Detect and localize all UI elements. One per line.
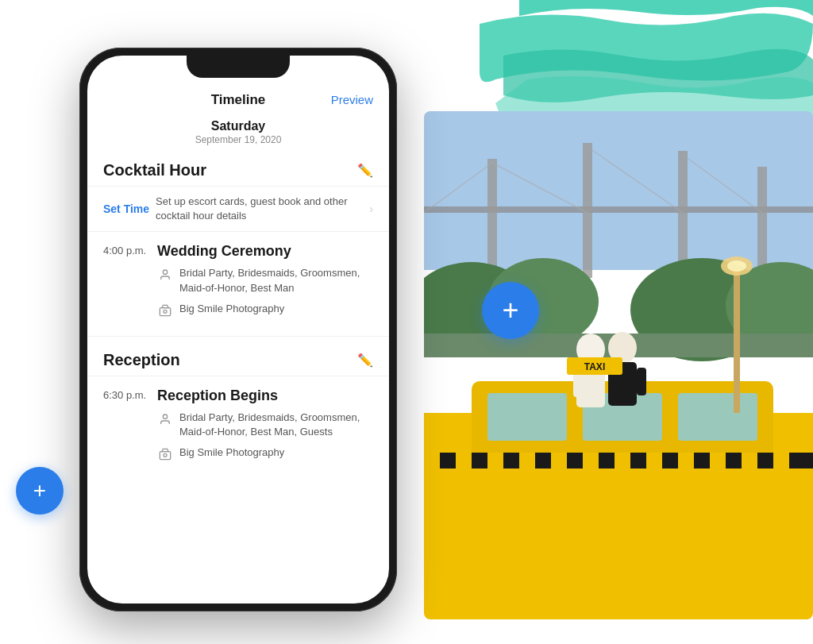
plus-icon-large: + [502, 296, 518, 325]
reception-vendor: Big Smile Photography [179, 445, 284, 460]
reception-details: Reception Begins Bridal Party, Bridesmai… [157, 388, 373, 469]
svg-rect-0 [424, 111, 813, 270]
ceremony-details: Wedding Ceremony Bridal Party, Bridesmai… [157, 243, 373, 324]
ceremony-vendor-row: Big Smile Photography [157, 302, 373, 318]
svg-rect-28 [646, 453, 662, 469]
reception-name: Reception Begins [157, 388, 373, 404]
phone-outer-frame: Timeline Preview Saturday September 19, … [79, 48, 397, 611]
svg-point-44 [163, 270, 167, 274]
svg-rect-25 [551, 453, 567, 469]
svg-text:TAXI: TAXI [584, 361, 605, 372]
phone-screen: Timeline Preview Saturday September 19, … [87, 56, 389, 604]
preview-button[interactable]: Preview [331, 93, 373, 106]
wedding-ceremony-event: 4:00 p.m. Wedding Ceremony Bridal Party,… [87, 232, 389, 329]
people-icon-2 [157, 411, 173, 427]
svg-rect-30 [710, 453, 726, 469]
set-time-chevron-icon: › [369, 202, 373, 215]
cocktail-edit-icon[interactable]: ✏️ [357, 163, 373, 178]
svg-rect-48 [160, 452, 170, 460]
svg-rect-27 [615, 453, 630, 469]
camera-icon-2 [157, 446, 173, 462]
svg-rect-22 [456, 453, 472, 469]
day-date: September 19, 2020 [87, 134, 389, 145]
screen-header: Timeline Preview [87, 84, 389, 114]
svg-rect-17 [487, 393, 567, 441]
section-divider-1 [87, 336, 389, 337]
set-time-desc: Set up escort cards, guest book and othe… [156, 195, 363, 223]
screen-content: Timeline Preview Saturday September 19, … [87, 56, 389, 604]
reception-section-title: Reception [103, 351, 180, 369]
svg-rect-29 [678, 453, 694, 469]
reception-attendees-row: Bridal Party, Bridesmaids, Groomsmen, Ma… [157, 411, 373, 439]
day-header: Saturday September 19, 2020 [87, 114, 389, 153]
add-event-button-large[interactable]: + [482, 282, 539, 339]
phone-notch [187, 56, 290, 78]
svg-rect-38 [637, 368, 646, 395]
svg-point-47 [163, 415, 167, 418]
reception-section-header: Reception ✏️ [87, 343, 389, 376]
screen-title: Timeline [211, 92, 266, 108]
svg-rect-23 [487, 453, 503, 469]
day-name: Saturday [87, 119, 389, 133]
reception-vendor-row: Big Smile Photography [157, 445, 373, 462]
svg-rect-45 [160, 307, 170, 315]
reception-begins-event: 6:30 p.m. Reception Begins Bridal Party,… [87, 376, 389, 473]
ceremony-vendor: Big Smile Photography [179, 302, 284, 316]
couple-photo: TAXI [424, 111, 813, 619]
ceremony-name: Wedding Ceremony [157, 243, 373, 260]
svg-point-41 [727, 260, 746, 272]
ceremony-attendees-row: Bridal Party, Bridesmaids, Groomsmen, Ma… [157, 266, 373, 295]
set-time-row[interactable]: Set Time Set up escort cards, guest book… [87, 187, 389, 232]
ceremony-time: 4:00 p.m. [103, 243, 151, 256]
svg-rect-26 [583, 453, 599, 469]
svg-rect-39 [734, 270, 740, 413]
svg-rect-32 [773, 453, 789, 469]
svg-rect-2 [487, 159, 497, 278]
people-icon [157, 267, 173, 283]
svg-point-46 [164, 310, 167, 313]
phone-mockup: Timeline Preview Saturday September 19, … [79, 48, 397, 611]
svg-rect-4 [678, 151, 688, 278]
set-time-label: Set Time [103, 202, 149, 215]
svg-rect-5 [757, 167, 767, 278]
svg-point-49 [164, 453, 167, 457]
ceremony-attendees: Bridal Party, Bridesmaids, Groomsmen, Ma… [179, 266, 373, 295]
camera-icon [157, 303, 173, 318]
svg-rect-19 [678, 393, 757, 441]
add-event-button-small[interactable]: + [16, 467, 64, 515]
svg-rect-31 [742, 453, 757, 469]
reception-time: 6:30 p.m. [103, 388, 151, 401]
cocktail-section-title: Cocktail Hour [103, 161, 206, 179]
svg-rect-24 [519, 453, 535, 469]
plus-icon-small: + [33, 480, 46, 502]
cocktail-section-header: Cocktail Hour ✏️ [87, 153, 389, 187]
svg-rect-21 [424, 453, 440, 469]
reception-attendees: Bridal Party, Bridesmaids, Groomsmen, Ma… [179, 411, 373, 439]
reception-edit-icon[interactable]: ✏️ [357, 353, 373, 368]
